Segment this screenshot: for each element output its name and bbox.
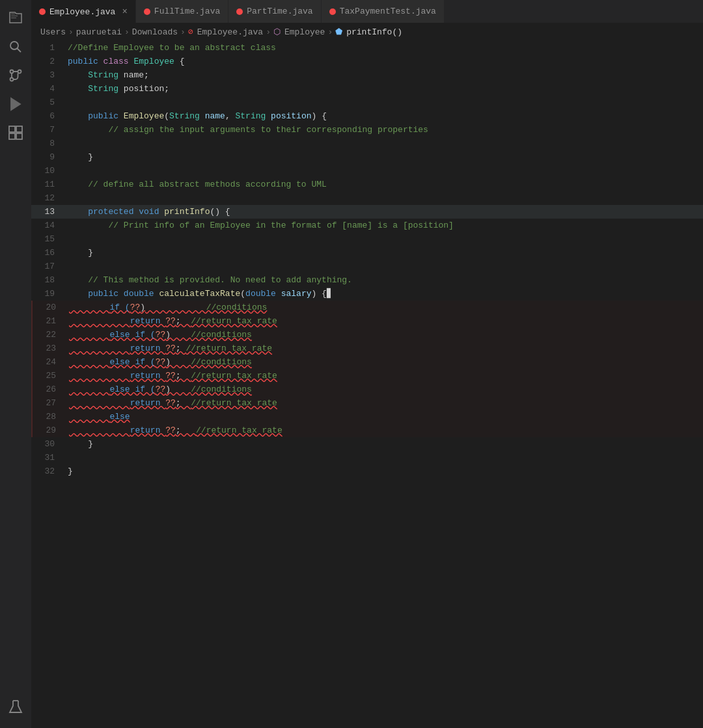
code-container[interactable]: 1 //Define Employee to be an abstract cl…	[31, 41, 703, 728]
code-line: 1 //Define Employee to be an abstract cl…	[31, 41, 703, 55]
files-icon[interactable]	[3, 5, 29, 31]
code-line: 9 }	[31, 150, 703, 164]
tab-taxpaymenttest[interactable]: TaxPaymentTest.java	[322, 0, 445, 23]
svg-rect-1	[11, 16, 18, 16]
source-control-icon[interactable]	[3, 62, 29, 88]
breadcrumb-error-icon: ⊘	[188, 27, 193, 37]
code-line-error: 22 else if (??) //conditions	[31, 328, 703, 342]
code-line-error: 29 return ??; //return tax rate	[31, 424, 703, 437]
breadcrumb-file[interactable]: Employee.java	[197, 27, 263, 37]
tab-error-dot	[39, 8, 46, 15]
code-line: 6 public Employee(String name, String po…	[31, 109, 703, 123]
breadcrumb-method[interactable]: printInfo()	[346, 27, 402, 37]
search-icon[interactable]	[3, 34, 29, 60]
breadcrumb-downloads[interactable]: Downloads	[132, 27, 178, 37]
code-line: 5	[31, 96, 703, 109]
code-line: 10	[31, 164, 703, 178]
svg-line-4	[18, 49, 21, 53]
code-line: 2 public class Employee {	[31, 55, 703, 68]
code-line: 14 // Print info of an Employee in the f…	[31, 219, 703, 232]
code-line: 4 String position;	[31, 82, 703, 96]
code-line: 16 }	[31, 246, 703, 260]
flask-icon[interactable]	[3, 694, 29, 720]
code-line-error: 26 else if (??) //conditions	[31, 383, 703, 396]
editor-area: 1 //Define Employee to be an abstract cl…	[31, 41, 703, 728]
svg-marker-8	[11, 98, 20, 110]
code-line: 8	[31, 137, 703, 150]
code-line: 3 String name;	[31, 68, 703, 82]
code-line-error: 23 return ??; //return tax rate	[31, 342, 703, 355]
tab-error-dot	[236, 8, 243, 15]
svg-rect-12	[16, 133, 22, 139]
svg-rect-2	[11, 18, 16, 18]
breadcrumb-class-icon: ⬡	[273, 27, 281, 37]
breadcrumb-method-icon: ⬟	[335, 27, 342, 37]
code-line-error: 20 if (??) //conditions	[31, 301, 703, 314]
code-line-error: 24 else if (??) //conditions	[31, 355, 703, 369]
svg-rect-10	[16, 126, 22, 132]
code-line-error: 21 return ??; //return tax rate	[31, 314, 703, 328]
tab-bar: Employee.java × FullTime.java PartTime.j…	[31, 0, 703, 23]
code-line: 12	[31, 191, 703, 205]
code-line: 30 }	[31, 437, 703, 451]
tab-parttime[interactable]: PartTime.java	[228, 0, 321, 23]
tab-label: TaxPaymentTest.java	[340, 7, 436, 16]
code-line-error: 25 return ??; //return tax rate	[31, 369, 703, 383]
activity-bar	[0, 0, 31, 728]
tab-label: Employee.java	[49, 7, 115, 17]
code-line-error: 28 else	[31, 410, 703, 424]
svg-point-7	[10, 78, 14, 81]
code-line: 19 public double calculateTaxRate(double…	[31, 287, 703, 301]
code-line: 11 // define all abstract methods accord…	[31, 178, 703, 191]
tab-label: PartTime.java	[247, 7, 312, 16]
svg-point-6	[18, 70, 21, 74]
svg-point-3	[10, 42, 18, 49]
breadcrumb-class[interactable]: Employee	[284, 27, 325, 37]
code-line: 7 // assign the input arguments to their…	[31, 123, 703, 137]
tab-fulltime[interactable]: FullTime.java	[136, 0, 228, 23]
tab-error-dot	[329, 8, 336, 15]
code-line: 17	[31, 260, 703, 273]
tab-close-icon[interactable]: ×	[122, 7, 127, 16]
tab-label: FullTime.java	[154, 7, 220, 16]
code-line: 18 // This method is provided. No need t…	[31, 273, 703, 287]
code-line-error: 27 return ??; //return tax rate	[31, 396, 703, 410]
code-line: 32 }	[31, 465, 703, 478]
breadcrumb-users[interactable]: Users	[40, 27, 66, 37]
tab-error-dot	[144, 8, 150, 15]
run-debug-icon[interactable]	[3, 91, 29, 117]
breadcrumb: Users › pauruetai › Downloads › ⊘ Employ…	[31, 23, 703, 41]
main-content: Employee.java × FullTime.java PartTime.j…	[31, 0, 703, 728]
svg-rect-0	[11, 14, 15, 14]
svg-point-5	[10, 70, 14, 74]
code-line-active: 13 protected void printInfo() {	[31, 205, 703, 219]
svg-rect-11	[9, 133, 15, 139]
breadcrumb-pauruetai[interactable]: pauruetai	[76, 27, 122, 37]
code-line: 15	[31, 232, 703, 246]
tab-employee[interactable]: Employee.java ×	[31, 0, 136, 23]
code-line: 31	[31, 451, 703, 465]
svg-rect-9	[9, 126, 15, 132]
extensions-icon[interactable]	[3, 120, 29, 146]
